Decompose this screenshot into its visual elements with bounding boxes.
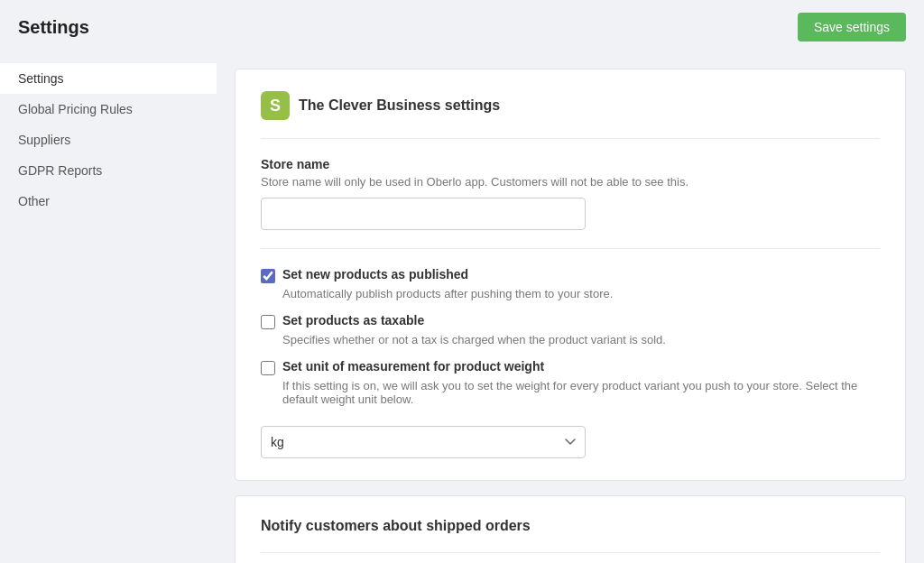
notify-divider (261, 552, 880, 553)
taxable-checkbox-row: Set products as taxable (261, 313, 880, 329)
store-name-input[interactable] (261, 198, 586, 230)
layout: Settings Global Pricing Rules Suppliers … (0, 54, 924, 563)
weight-checkbox-row: Set unit of measurement for product weig… (261, 359, 880, 375)
taxable-checkbox[interactable] (261, 315, 275, 329)
sidebar-item-gdpr-reports[interactable]: GDPR Reports (0, 155, 217, 186)
header: Settings Save settings (0, 0, 924, 54)
sidebar-item-suppliers[interactable]: Suppliers (0, 125, 217, 155)
weight-unit-select[interactable]: kg lb oz g (261, 426, 586, 458)
notify-customers-card: Notify customers about shipped orders 1.… (235, 495, 906, 563)
sidebar-item-other[interactable]: Other (0, 186, 217, 217)
weight-desc: If this setting is on, we will ask you t… (282, 379, 880, 406)
save-settings-button[interactable]: Save settings (798, 13, 906, 42)
taxable-desc: Specifies whether or not a tax is charge… (282, 333, 880, 346)
taxable-label[interactable]: Set products as taxable (282, 313, 424, 328)
card-header: S The Clever Business settings (261, 91, 880, 120)
published-checkbox[interactable] (261, 269, 275, 283)
published-checkbox-row: Set new products as published (261, 267, 880, 283)
main-content: S The Clever Business settings Store nam… (217, 54, 924, 563)
weight-checkbox[interactable] (261, 361, 275, 375)
divider2 (261, 248, 880, 249)
published-label[interactable]: Set new products as published (282, 267, 468, 282)
shopify-icon: S (261, 91, 290, 120)
divider (261, 138, 880, 139)
sidebar: Settings Global Pricing Rules Suppliers … (0, 54, 217, 563)
sidebar-item-settings[interactable]: Settings (0, 63, 217, 94)
weight-section: Set unit of measurement for product weig… (261, 359, 880, 458)
store-settings-card: S The Clever Business settings Store nam… (235, 69, 906, 481)
store-name-section: Store name Store name will only be used … (261, 157, 880, 230)
store-name-desc: Store name will only be used in Oberlo a… (261, 175, 880, 189)
sidebar-item-global-pricing-rules[interactable]: Global Pricing Rules (0, 94, 217, 125)
store-name-label: Store name (261, 157, 880, 171)
notify-title: Notify customers about shipped orders (261, 518, 880, 534)
card-title: The Clever Business settings (299, 97, 500, 114)
page-title: Settings (18, 17, 89, 38)
published-desc: Automatically publish products after pus… (282, 287, 880, 300)
published-section: Set new products as published Automatica… (261, 267, 880, 300)
weight-label[interactable]: Set unit of measurement for product weig… (282, 359, 544, 374)
taxable-section: Set products as taxable Specifies whethe… (261, 313, 880, 346)
